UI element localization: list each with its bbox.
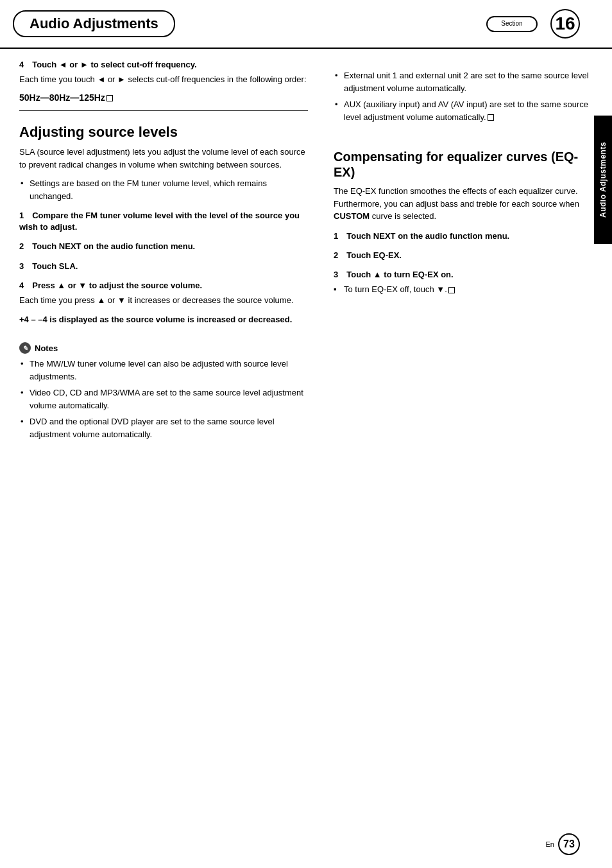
section-intro-left: SLA (source level adjustment) lets you a… bbox=[19, 146, 308, 171]
step4b-range: +4 – –4 is displayed as the source volum… bbox=[19, 313, 308, 326]
right-top-bullets: External unit 1 and external unit 2 are … bbox=[334, 69, 590, 123]
page-number: 73 bbox=[558, 833, 580, 855]
step4b-body: Each time you press ▲ or ▼ it increases … bbox=[19, 294, 308, 307]
footer-lang: En bbox=[546, 840, 554, 848]
page: Audio Adjustments Section 16 Audio Adjus… bbox=[0, 0, 612, 868]
note-3: DVD and the optional DVD player are set … bbox=[19, 415, 308, 440]
eq-step2-heading: 2 Touch EQ-EX. bbox=[334, 250, 590, 261]
note-2: Video CD, CD and MP3/WMA are set to the … bbox=[19, 386, 308, 412]
divider bbox=[19, 110, 308, 111]
section-intro-right: The EQ-EX function smoothes the effects … bbox=[334, 185, 590, 223]
eq-step3-heading: 3 Touch ▲ to turn EQ-EX on. bbox=[334, 269, 590, 281]
step4b-heading: 4 Press ▲ or ▼ to adjust the source volu… bbox=[19, 280, 308, 291]
eq-step1-block: 1 Touch NEXT on the audio function menu. bbox=[334, 230, 590, 242]
note-1: The MW/LW tuner volume level can also be… bbox=[19, 358, 308, 383]
section-title-right: Compensating for equalizer curves (EQ-EX… bbox=[334, 149, 590, 180]
notes-icon: ✎ bbox=[19, 342, 31, 354]
step2-block: 2 Touch NEXT on the audio function menu. bbox=[19, 241, 308, 252]
left-column: 4 Touch ◄ or ► to select cut-off frequen… bbox=[13, 49, 321, 464]
section-box: Section bbox=[486, 16, 538, 32]
eq-step3-bullet-1: To turn EQ-EX off, touch ▼. bbox=[334, 283, 590, 296]
stop-icon bbox=[106, 95, 113, 101]
notes-label: Notes bbox=[35, 343, 58, 353]
step1-heading: 1 Compare the FM tuner volume level with… bbox=[19, 210, 308, 233]
freq-line: 50Hz—80Hz—125Hz bbox=[19, 92, 308, 103]
step3-heading: 3 Touch SLA. bbox=[19, 261, 308, 272]
sidebar-tab: Audio Adjustments bbox=[594, 116, 612, 244]
section-label: Section bbox=[499, 20, 525, 27]
stop-icon-3 bbox=[448, 287, 455, 293]
notes-header: ✎ Notes bbox=[19, 342, 308, 354]
notes-list: The MW/LW tuner volume level can also be… bbox=[19, 358, 308, 440]
adjusting-source-levels-section: Adjusting source levels SLA (source leve… bbox=[19, 124, 308, 202]
step3-block: 3 Touch SLA. bbox=[19, 261, 308, 272]
right-bullet-list: External unit 1 and external unit 2 are … bbox=[334, 69, 590, 123]
left-bullet-list: Settings are based on the FM tuner volum… bbox=[19, 177, 308, 202]
step1-block: 1 Compare the FM tuner volume level with… bbox=[19, 210, 308, 233]
right-bullet-1: External unit 1 and external unit 2 are … bbox=[334, 69, 590, 94]
step4-heading: 4 Touch ◄ or ► to select cut-off frequen… bbox=[19, 59, 308, 71]
eq-step3-bullets: To turn EQ-EX off, touch ▼. bbox=[334, 283, 590, 296]
step4-body: Each time you touch ◄ or ► selects cut-o… bbox=[19, 73, 308, 86]
step2-heading: 2 Touch NEXT on the audio function menu. bbox=[19, 241, 308, 252]
custom-text: CUSTOM bbox=[334, 211, 370, 221]
eq-ex-section: Compensating for equalizer curves (EQ-EX… bbox=[334, 149, 590, 223]
spacer bbox=[334, 130, 590, 149]
left-bullet-1: Settings are based on the FM tuner volum… bbox=[19, 177, 308, 202]
eq-step1-heading: 1 Touch NEXT on the audio function menu. bbox=[334, 230, 590, 242]
stop-icon-2 bbox=[488, 114, 494, 121]
step4-cutoff: 4 Touch ◄ or ► to select cut-off frequen… bbox=[19, 59, 308, 103]
main-content: 4 Touch ◄ or ► to select cut-off frequen… bbox=[0, 49, 612, 464]
step4b-block: 4 Press ▲ or ▼ to adjust the source volu… bbox=[19, 280, 308, 326]
section-title-left: Adjusting source levels bbox=[19, 124, 308, 141]
eq-step2-block: 2 Touch EQ-EX. bbox=[334, 250, 590, 261]
right-column: External unit 1 and external unit 2 are … bbox=[321, 49, 597, 464]
header: Audio Adjustments Section 16 bbox=[0, 0, 612, 49]
header-right: Section 16 bbox=[486, 9, 580, 39]
page-title: Audio Adjustments bbox=[13, 10, 175, 37]
footer: En 73 bbox=[546, 833, 580, 855]
eq-step3-block: 3 Touch ▲ to turn EQ-EX on. To turn EQ-E… bbox=[334, 269, 590, 296]
section-number: 16 bbox=[550, 9, 580, 39]
notes-box: ✎ Notes The MW/LW tuner volume level can… bbox=[19, 336, 308, 453]
right-bullet-2: AUX (auxiliary input) and AV (AV input) … bbox=[334, 98, 590, 123]
